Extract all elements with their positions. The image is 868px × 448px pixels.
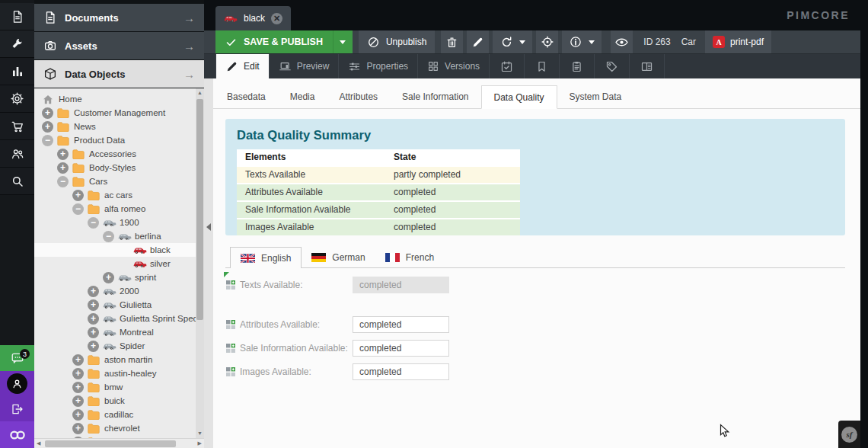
save-options-dropdown[interactable] [333,30,353,53]
rail-settings-button[interactable] [0,85,34,113]
plus-toggle-icon[interactable]: + [72,409,84,421]
plus-toggle-icon[interactable]: + [42,107,53,119]
tab-versions[interactable]: Versions [418,54,490,78]
sidebar-section-assets[interactable]: Assets → [34,32,204,59]
tree-vertical-scrollbar[interactable]: ▲ ▼ [196,88,204,438]
tab-clipboard-icon-only[interactable] [560,54,595,78]
tree-item-home[interactable]: Home [34,92,204,106]
tab-bookmark-icon-only[interactable] [525,54,560,78]
subtab-basedata[interactable]: Basedata [215,85,278,108]
tree-item-cadillac[interactable]: + cadillac [34,408,204,421]
tab-calendar-icon-only[interactable] [490,54,525,78]
rail-documents-button[interactable] [0,3,34,30]
tree-item-black[interactable]: black [34,243,204,257]
tree-item-austin-healey[interactable]: + austin-healey [34,366,204,380]
tree-item-buick[interactable]: + buick [34,394,204,408]
plus-toggle-icon[interactable]: + [88,286,99,297]
plus-toggle-icon[interactable]: + [88,341,99,352]
tree-item-2000[interactable]: + 2000 [34,284,204,298]
sidebar-section-documents[interactable]: Documents → [34,4,204,31]
tree-item-customer-management[interactable]: + Customer Management [34,106,204,120]
locate-in-tree-button[interactable] [536,30,558,53]
plus-toggle-icon[interactable]: + [88,327,99,338]
info-dropdown-button[interactable] [562,30,602,53]
horizontal-scroll-thumb[interactable] [45,440,176,447]
subtab-system-data[interactable]: System Data [557,85,634,108]
reload-dropdown-button[interactable] [493,30,532,53]
rail-users-button[interactable] [0,140,34,168]
tree-item-chevrolet[interactable]: + chevrolet [34,421,204,435]
plus-toggle-icon[interactable]: + [72,395,84,407]
field-value-input[interactable]: completed [353,277,449,293]
tab-tag-icon-only[interactable] [595,54,630,78]
plus-toggle-icon[interactable]: + [88,313,99,325]
language-tab-german[interactable]: German [302,247,375,267]
symfony-debug-toolbar-toggle[interactable]: sf [838,421,860,448]
tree-item-product-data[interactable]: − Product Data [34,133,204,147]
rename-button[interactable] [467,30,489,53]
field-value-input[interactable]: completed [353,340,449,357]
tab-preview[interactable]: Preview [270,54,340,78]
plus-toggle-icon[interactable]: + [72,368,84,379]
tree-item-sprint[interactable]: + sprint [34,270,204,284]
rail-reports-button[interactable] [0,58,34,85]
language-tab-english[interactable]: English [230,247,302,268]
minus-toggle-icon[interactable]: − [57,176,69,187]
plus-toggle-icon[interactable]: + [72,382,84,393]
user-profile-button[interactable] [0,371,34,396]
tree-item-berlina[interactable]: − berlina [34,229,204,243]
tree-item-ac-cars[interactable]: + ac cars [34,188,204,202]
tree-item-giulietta[interactable]: + Giulietta [34,298,204,312]
minus-toggle-icon[interactable]: − [42,135,53,146]
tree-item-gulietta-sprint-specia[interactable]: + Gulietta Sprint Specia [34,312,204,325]
tab-edit[interactable]: Edit [215,54,270,78]
minus-toggle-icon[interactable]: − [88,217,99,229]
subtab-media[interactable]: Media [278,85,327,108]
plus-toggle-icon[interactable]: + [42,121,53,133]
scroll-up-arrow-icon[interactable]: ▲ [196,88,204,98]
subtab-data-quality[interactable]: Data Quality [481,85,557,109]
scroll-down-arrow-icon[interactable]: ▼ [196,429,204,438]
rail-search-button[interactable] [0,168,34,195]
minus-toggle-icon[interactable]: − [103,231,114,242]
delete-button[interactable] [441,30,463,53]
plus-toggle-icon[interactable]: + [88,299,99,311]
field-value-input[interactable]: completed [353,316,449,333]
unpublish-button[interactable]: Unpublish [359,30,435,53]
print-pdf-button[interactable]: A print-pdf [705,30,771,53]
plus-toggle-icon[interactable]: + [103,272,114,283]
rail-ecommerce-cart-button[interactable] [0,113,34,140]
vertical-scroll-thumb[interactable] [196,99,203,320]
minus-toggle-icon[interactable]: − [72,203,84,215]
subtab-attributes[interactable]: Attributes [327,85,390,108]
tree-item-1900[interactable]: − 1900 [34,216,204,229]
sidebar-section-data-objects[interactable]: Data Objects → [34,60,204,88]
scroll-left-arrow-icon[interactable]: ◀ [37,440,40,446]
scroll-right-arrow-icon[interactable]: ▶ [198,440,202,446]
tab-columns-icon-only[interactable] [630,54,665,78]
tree-item-spider[interactable]: + Spider [34,339,204,353]
tree-item-alfa-romeo[interactable]: − alfa romeo [34,202,204,216]
tab-properties[interactable]: Properties [339,54,418,78]
plus-toggle-icon[interactable]: + [57,162,69,174]
open-object-tab-black[interactable]: black ✕ [215,6,291,30]
notifications-button[interactable]: 3 [0,345,34,371]
tree-horizontal-scrollbar[interactable]: ◀ ▶ [34,438,204,448]
tree-item-cars[interactable]: − Cars [34,174,204,188]
field-value-input[interactable]: completed [353,363,449,380]
tree-item-aston-martin[interactable]: + aston martin [34,353,204,366]
plus-toggle-icon[interactable]: + [72,423,84,434]
subtab-sale-information[interactable]: Sale Information [390,85,480,108]
pimcore-logo-button[interactable] [0,421,34,448]
plus-toggle-icon[interactable]: + [72,190,84,201]
logout-button[interactable] [0,396,34,421]
tree-item-news[interactable]: + News [34,120,204,133]
plus-toggle-icon[interactable]: + [72,354,84,366]
rail-tools-button[interactable] [0,30,34,58]
tree-item-body-styles[interactable]: + Body-Styles [34,161,204,174]
plus-toggle-icon[interactable]: + [57,149,69,160]
close-tab-icon[interactable]: ✕ [271,13,282,24]
tree-item-accessories[interactable]: + Accessories [34,147,204,161]
language-tab-french[interactable]: French [375,247,444,267]
tree-item-silver[interactable]: silver [34,257,204,270]
